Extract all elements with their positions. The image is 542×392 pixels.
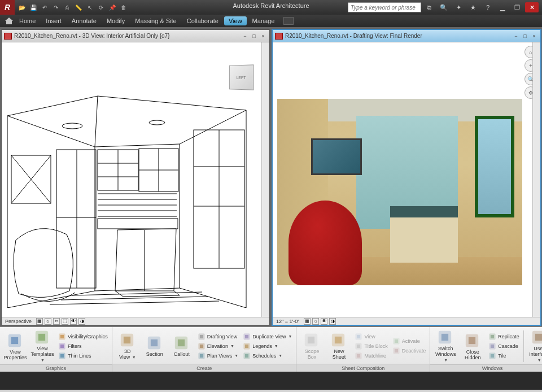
tab-manage[interactable]: Manage [248, 16, 279, 25]
cascade-button[interactable]: Cascade [487, 342, 521, 351]
button-label: View [364, 334, 375, 339]
close-button[interactable]: ✕ [525, 2, 539, 12]
crop-region-icon[interactable]: ⬚ [62, 318, 68, 325]
print-icon[interactable]: ⎙ [62, 2, 72, 12]
minimize-button[interactable]: ▁ [496, 2, 509, 12]
select-icon[interactable]: ↖ [85, 2, 95, 12]
svg-rect-57 [491, 345, 494, 348]
reveal-icon[interactable]: ◑ [329, 318, 336, 325]
help-search-input[interactable] [348, 2, 421, 12]
thin-lines-button[interactable]: Thin Lines [56, 351, 110, 360]
new-sheet-icon [330, 332, 347, 348]
ribbon-extra-icon[interactable] [283, 17, 294, 25]
undo-icon[interactable]: ↶ [40, 2, 50, 12]
elevation-button[interactable]: Elevation▼ [196, 342, 240, 351]
legends-button[interactable]: Legends▼ [241, 342, 294, 351]
status-bar-area [0, 372, 542, 390]
tab-annotate[interactable]: Annotate [67, 16, 101, 25]
open-icon[interactable]: 📂 [17, 2, 27, 12]
toolbar-icon[interactable]: ★ [466, 2, 480, 12]
view-control-bar: ▦ ☼ ✂ ⬚ 👁 ◑ [36, 318, 85, 325]
button-label: Matchline [364, 353, 386, 359]
sync-icon[interactable]: ⟳ [96, 2, 106, 12]
maximize-button[interactable]: ❐ [510, 2, 524, 12]
view-properties-button[interactable]: ViewProperties [2, 332, 28, 361]
unpin-icon[interactable]: 📌 [107, 2, 117, 12]
model-graphics-icon[interactable]: ▦ [304, 318, 311, 325]
close-hidden-icon [464, 333, 481, 349]
view-title-bar[interactable]: R2010_Kitchen_Reno.rvt - 3D View: Interi… [2, 30, 269, 42]
view-maximize-icon[interactable]: □ [250, 32, 258, 40]
schedules-button[interactable]: Schedules▼ [241, 351, 294, 360]
user-interface-button[interactable]: UserInterface ▼ [526, 328, 542, 364]
purge-icon[interactable]: 🗑 [119, 2, 129, 12]
button-label: Cascade [498, 343, 518, 349]
button-label: Tile [498, 353, 506, 359]
quick-access-toolbar: 📂💾↶↷⎙📏↖⟳📌🗑 [15, 2, 131, 12]
view-close-icon[interactable]: × [259, 32, 267, 40]
schedules-icon [243, 352, 251, 360]
view-title-bar[interactable]: R2010_Kitchen_Reno.rvt - Drafting View: … [273, 30, 540, 42]
tab-modify[interactable]: Modify [102, 16, 129, 25]
replicate-button[interactable]: Replicate [487, 332, 521, 341]
tab-collaborate[interactable]: Collaborate [182, 16, 223, 25]
view-pane-3d: R2010_Kitchen_Reno.rvt - 3D View: Interi… [1, 29, 270, 325]
drafting-icon [198, 333, 206, 341]
tab-massing-site[interactable]: Massing & Site [130, 16, 181, 25]
shadows-icon[interactable]: ☼ [45, 318, 51, 325]
model-graphics-icon[interactable]: ▦ [36, 318, 43, 325]
home-icon[interactable] [5, 17, 14, 25]
redo-icon[interactable]: ↷ [51, 2, 61, 12]
view-pane-render: R2010_Kitchen_Reno.rvt - Drafting View: … [272, 29, 541, 325]
ribbon-tabs: HomeInsertAnnotateModifyMassing & SiteCo… [0, 15, 542, 27]
toolbar-icon[interactable]: 🔍 [437, 2, 451, 12]
canvas-render[interactable]: ⌂ + 🔍 ✥ [273, 42, 540, 317]
vis-graphics-button[interactable]: Visibility/Graphics [56, 332, 110, 341]
matchline-icon [355, 352, 362, 360]
svg-rect-17 [60, 354, 64, 358]
view-templates-button[interactable]: ViewTemplates ▼ [29, 328, 55, 364]
section-button[interactable]: Section [142, 334, 168, 358]
duplicate-button[interactable]: Duplicate View▼ [241, 332, 294, 341]
tile-button[interactable]: Tile [487, 351, 521, 360]
help-icon[interactable]: ? [481, 2, 495, 12]
new-sheet-button[interactable]: NewSheet [326, 331, 352, 361]
button-label: Callout [174, 351, 190, 357]
save-icon[interactable]: 💾 [28, 2, 38, 12]
scrollbar-vertical[interactable] [261, 42, 269, 317]
view-maximize-icon[interactable]: □ [521, 32, 529, 40]
title-block-button: Title Block [353, 342, 389, 351]
app-title: Autodesk Revit Architecture [233, 2, 309, 9]
toolbar-icon[interactable]: ✦ [452, 2, 465, 12]
hide-isolate-icon[interactable]: 👁 [321, 318, 327, 325]
button-label: NewSheet [333, 349, 346, 360]
svg-rect-29 [200, 354, 203, 357]
svg-rect-51 [442, 334, 448, 341]
filters-button[interactable]: Filters [56, 342, 110, 351]
toolbar-icon[interactable]: ⧉ [422, 2, 436, 12]
deactivate-button: Deactivate [391, 346, 428, 355]
button-label: Legends [252, 343, 272, 349]
detail-level-icon[interactable]: ☼ [312, 318, 319, 325]
switch-windows-button[interactable]: SwitchWindows ▼ [432, 328, 458, 364]
3d-view-button[interactable]: 3DView ▼ [115, 331, 141, 361]
view-scale-text[interactable]: 12" = 1'-0" [274, 319, 301, 324]
drafting-button[interactable]: Drafting View [196, 332, 240, 341]
reveal-icon[interactable]: ◑ [78, 318, 85, 325]
tab-home[interactable]: Home [15, 16, 40, 25]
hide-isolate-icon[interactable]: 👁 [70, 318, 77, 325]
close-hidden-button[interactable]: CloseHidden [460, 332, 486, 361]
view-close-icon[interactable]: × [530, 32, 538, 40]
view-minimize-icon[interactable]: − [241, 32, 249, 40]
tab-view[interactable]: View [224, 16, 247, 25]
scrollbar-vertical[interactable] [532, 42, 540, 317]
measure-icon[interactable]: 📏 [73, 2, 84, 12]
canvas-3d[interactable]: LEFT [2, 42, 269, 317]
crop-icon[interactable]: ✂ [53, 318, 60, 325]
callout-button[interactable]: Callout [169, 334, 195, 358]
tab-insert[interactable]: Insert [41, 16, 66, 25]
app-logo[interactable]: R [0, 0, 15, 15]
svg-rect-53 [469, 337, 475, 343]
view-minimize-icon[interactable]: − [512, 32, 520, 40]
plan-views-button[interactable]: Plan Views▼ [196, 351, 240, 360]
